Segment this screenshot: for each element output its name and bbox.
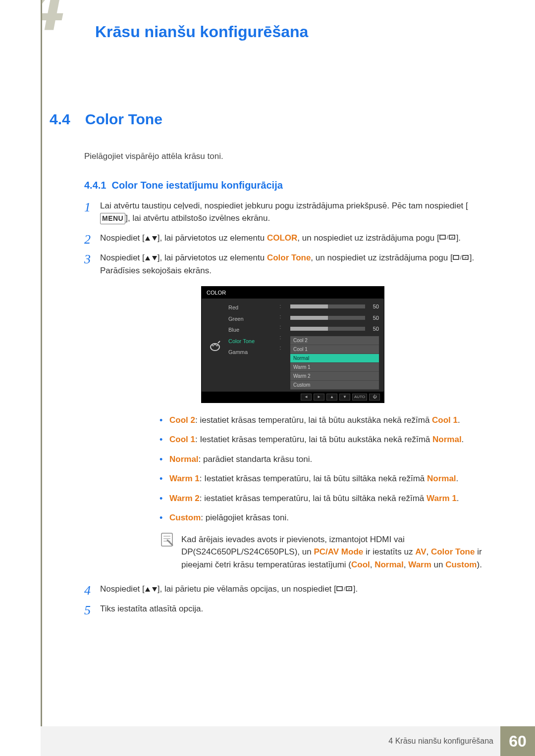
step-2-text-c: , un nospiediet uz izstrādājuma pogu [ — [297, 233, 439, 243]
note-t7: un — [431, 560, 445, 569]
txt-warm2: : iestatiet krāsas temperatūru, lai tā b… — [200, 494, 427, 503]
section-heading: 4.4 Color Tone — [50, 108, 485, 130]
txt-normal: : parādiet standarta krāsu toni. — [199, 454, 313, 464]
key-custom: Custom — [169, 513, 201, 522]
osd-panel: COLOR Red Green Blue Color Tone Gamma ::… — [201, 286, 384, 403]
osd-nav-left-icon: ◄ — [301, 394, 312, 401]
def-normal: Normal: parādiet standarta krāsu toni. — [160, 453, 485, 466]
txt-cool1: : Iestatiet krāsas temperatūru, lai tā b… — [195, 435, 432, 444]
osd-slider-green: 50 — [290, 314, 379, 322]
txt-warm1: : Iestatiet krāsas temperatūru, lai tā b… — [200, 474, 427, 483]
note-box: Kad ārējais ievades avots ir pievienots,… — [160, 531, 485, 573]
osd-footer: ◄ ► ▲ ▼ AUTO ⏻ — [202, 392, 384, 403]
enter-icon: / — [453, 252, 470, 265]
step-2: 2 Nospiediet [], lai pārvietotos uz elem… — [84, 232, 485, 245]
up-down-icon — [145, 232, 158, 245]
osd-auto-label: AUTO — [352, 394, 367, 401]
page-left-border — [41, 0, 42, 756]
txt-custom: : pielāgojiet krāsas toni. — [201, 513, 289, 522]
note-icon — [160, 532, 174, 547]
footer-page-number: 60 — [500, 726, 535, 756]
key-cool2: Cool 2 — [169, 415, 195, 425]
osd-slider-red: 50 — [290, 302, 379, 311]
svg-text:/: / — [447, 235, 448, 240]
note-av: AV — [415, 547, 426, 556]
def-cool1: Cool 1: Iestatiet krāsas temperatūru, la… — [160, 433, 485, 446]
def-warm1: Warm 1: Iestatiet krāsas temperatūru, la… — [160, 472, 485, 485]
key-cool1: Cool 1 — [169, 435, 195, 444]
osd-options-list: Cool 2 Cool 1 Normal Warm 1 Warm 2 Custo… — [290, 336, 379, 390]
osd-nav-up-icon: ▲ — [326, 394, 337, 401]
step-4-text-a: Nospiediet [ — [100, 584, 145, 594]
note-t3: , — [427, 547, 431, 556]
svg-text:/: / — [460, 255, 462, 260]
note-t5: , — [370, 560, 374, 569]
note-normal: Normal — [374, 560, 404, 569]
up-down-icon — [145, 583, 158, 596]
step-5-text: Tiks iestatīta atlasītā opcija. — [100, 604, 203, 613]
step-3-text-c: , un nospiediet uz izstrādājuma pogu [ — [311, 253, 452, 262]
note-t2: ir iestatīts uz — [363, 547, 415, 556]
osd-option-cool2: Cool 2 — [290, 336, 379, 345]
def-custom: Custom: pielāgojiet krāsas toni. — [160, 511, 485, 524]
svg-marker-6 — [145, 256, 150, 260]
note-t8: ). — [477, 560, 482, 569]
note-t6: , — [404, 560, 408, 569]
note-ct: Color Tone — [431, 547, 475, 556]
osd-option-custom: Custom — [290, 381, 379, 390]
key-normal: Normal — [169, 454, 199, 464]
svg-rect-3 — [440, 235, 445, 239]
step-4: 4 Nospiediet [], lai pārietu pie vēlamās… — [84, 583, 485, 596]
svg-rect-21 — [337, 587, 342, 591]
definitions-list: Cool 2: iestatiet krāsas temperatūru, la… — [160, 414, 485, 524]
txt-cool2: : iestatiet krāsas temperatūru, lai tā b… — [195, 415, 432, 425]
osd-label-colortone: Color Tone — [228, 337, 270, 346]
keyword-color-tone: Color Tone — [267, 253, 311, 262]
osd-category-icon — [207, 302, 223, 390]
step-5: 5 Tiks iestatīta atlasītā opcija. — [84, 603, 485, 615]
osd-values: 50 50 50 Cool 2 Cool 1 Normal Warm 1 War… — [290, 302, 379, 390]
osd-label-green: Green — [228, 315, 270, 323]
document-title: Krāsu nianšu konfigurēšana — [95, 20, 535, 44]
up-down-icon — [145, 252, 158, 265]
osd-value-blue: 50 — [369, 325, 379, 333]
steps-list: 1 Lai atvērtu taustiņu ceļvedi, nospiedi… — [84, 200, 485, 615]
osd-nav-down-icon: ▼ — [339, 394, 350, 401]
svg-marker-1 — [145, 236, 150, 241]
osd-value-green: 50 — [369, 314, 379, 322]
osd-option-warm1: Warm 1 — [290, 363, 379, 372]
section-title: Color Tone — [85, 108, 162, 130]
osd-value-red: 50 — [369, 302, 379, 311]
osd-label-blue: Blue — [228, 326, 270, 334]
svg-marker-20 — [152, 587, 157, 592]
step-2-text-b: ], lai pārvietotos uz elementu — [158, 233, 267, 243]
key-warm2: Warm 2 — [169, 494, 200, 503]
svg-text:4: 4 — [41, 0, 64, 35]
subsection-title: Color Tone iestatījumu konfigurācija — [112, 180, 283, 191]
ref-warm2: Warm 1 — [427, 494, 457, 503]
step-1: 1 Lai atvērtu taustiņu ceļvedi, nospiedi… — [84, 200, 485, 225]
content-area: 4.4 Color Tone Pielāgojiet vispārējo att… — [0, 108, 535, 615]
osd-label-red: Red — [228, 303, 270, 312]
osd-slider-blue: 50 — [290, 325, 379, 333]
osd-option-normal: Normal — [290, 354, 379, 363]
ref-cool1: Normal — [432, 435, 462, 444]
enter-icon: / — [336, 583, 353, 596]
svg-text:/: / — [344, 586, 345, 592]
subsection-number: 4.4.1 — [84, 180, 106, 191]
osd-body: Red Green Blue Color Tone Gamma ::::: 50… — [202, 299, 384, 392]
step-3: 3 Nospiediet [], lai pārvietotos uz elem… — [84, 252, 485, 573]
keyword-color: COLOR — [267, 233, 297, 243]
osd-option-cool1: Cool 1 — [290, 345, 379, 354]
svg-marker-7 — [152, 256, 157, 260]
step-1-text-a: Lai atvērtu taustiņu ceļvedi, nospiediet… — [100, 201, 468, 210]
section-number: 4.4 — [50, 108, 70, 130]
step-2-text-a: Nospiediet [ — [100, 233, 145, 243]
svg-marker-19 — [145, 587, 150, 592]
osd-power-icon: ⏻ — [369, 394, 380, 401]
ref-cool2: Cool 1 — [432, 415, 458, 425]
ref-warm1: Normal — [427, 474, 456, 483]
note-cool: Cool — [351, 560, 370, 569]
step-3-text-a: Nospiediet [ — [100, 253, 145, 262]
step-4-text-b: ], lai pārietu pie vēlamās opcijas, un n… — [158, 584, 336, 594]
